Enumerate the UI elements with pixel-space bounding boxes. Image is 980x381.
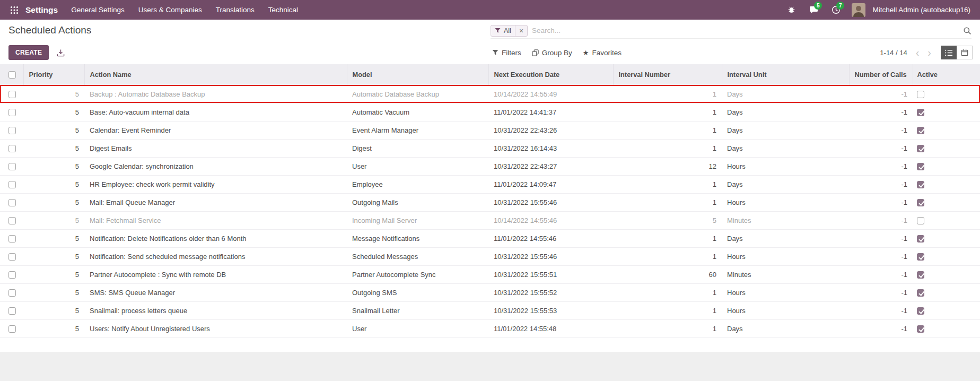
row-select-checkbox[interactable] (8, 325, 16, 333)
cell-interval-unit: Hours (722, 157, 849, 175)
search-icon[interactable] (963, 27, 972, 35)
cell-next-execution-date: 11/01/2022 14:55:48 (488, 319, 613, 337)
col-header-next-execution-date[interactable]: Next Execution Date (488, 64, 613, 85)
table-row[interactable]: 5 Mail: Email Queue Manager Outgoing Mai… (0, 193, 980, 211)
cell-number-of-calls: -1 (849, 175, 913, 193)
table-row[interactable]: 5 Mail: Fetchmail Service Incoming Mail … (0, 211, 980, 229)
cell-interval-unit: Days (722, 319, 849, 337)
cell-number-of-calls: -1 (849, 301, 913, 319)
user-menu[interactable]: Mitchell Admin (autobackup16) (869, 6, 973, 14)
breadcrumb-row: Scheduled Actions All × (0, 20, 980, 41)
view-switcher (941, 46, 973, 59)
table-row[interactable]: 5 Backup : Automatic Database Backup Aut… (0, 85, 980, 103)
cell-select (0, 193, 23, 211)
col-header-interval-unit[interactable]: Interval Unit (722, 64, 849, 85)
cell-active (913, 121, 980, 139)
col-header-model[interactable]: Model (347, 64, 488, 85)
col-header-interval-number[interactable]: Interval Number (613, 64, 722, 85)
cell-model: User (347, 319, 488, 337)
cell-next-execution-date: 10/31/2022 15:55:46 (488, 247, 613, 265)
filters-button[interactable]: Filters (492, 49, 521, 57)
cell-interval-number: 1 (613, 85, 722, 103)
cell-interval-number: 12 (613, 157, 722, 175)
row-select-checkbox[interactable] (8, 271, 16, 279)
table-row[interactable]: 5 Calendar: Event Reminder Event Alarm M… (0, 121, 980, 139)
pager-next-icon[interactable]: › (923, 47, 935, 58)
control-panel-buttons-row: CREATE Filters Group By ★ Favorites 1-14… (0, 41, 980, 64)
facet-remove-icon[interactable]: × (515, 25, 527, 36)
col-header-select (0, 64, 23, 85)
row-select-checkbox[interactable] (8, 109, 16, 116)
navbar-menu: General SettingsUsers & CompaniesTransla… (64, 0, 305, 20)
select-all-checkbox[interactable] (8, 71, 16, 79)
row-select-checkbox[interactable] (8, 217, 16, 224)
cell-action-name: SMS: SMS Queue Manager (84, 283, 347, 301)
page-title: Scheduled Actions (8, 24, 91, 36)
list-body: 5 Backup : Automatic Database Backup Aut… (0, 85, 980, 337)
table-row[interactable]: 5 Partner Autocomplete : Sync with remot… (0, 265, 980, 283)
nav-menu-item-translations[interactable]: Translations (209, 0, 261, 20)
table-row[interactable]: 5 Notification: Send scheduled message n… (0, 247, 980, 265)
row-select-checkbox[interactable] (8, 199, 16, 206)
cell-interval-number: 1 (613, 229, 722, 247)
active-checkbox (917, 253, 924, 261)
group-by-button[interactable]: Group By (532, 49, 572, 57)
favorites-button[interactable]: ★ Favorites (583, 49, 622, 57)
row-select-checkbox[interactable] (8, 127, 16, 134)
navbar-right: 5 7 Mitchell Admin (autobackup16) (782, 0, 973, 20)
list-view-button[interactable] (941, 46, 957, 59)
row-select-checkbox[interactable] (8, 289, 16, 297)
debug-bug-icon[interactable] (782, 0, 801, 20)
cell-active (913, 211, 980, 229)
search-facet-label: All (504, 27, 515, 34)
table-row[interactable]: 5 Users: Notify About Unregistered Users… (0, 319, 980, 337)
export-download-icon[interactable] (57, 49, 65, 57)
row-select-checkbox[interactable] (8, 307, 16, 315)
row-select-checkbox[interactable] (8, 235, 16, 243)
cell-number-of-calls: -1 (849, 283, 913, 301)
col-header-priority[interactable]: Priority (23, 64, 84, 85)
activities-clock-icon[interactable]: 7 (826, 0, 845, 20)
cell-action-name: Base: Auto-vacuum internal data (84, 103, 347, 121)
pager-counter[interactable]: 1-14 / 14 (880, 49, 907, 57)
table-row[interactable]: 5 Google Calendar: synchronization User … (0, 157, 980, 175)
cell-select (0, 139, 23, 157)
pager-previous-icon[interactable]: ‹ (912, 47, 924, 58)
cell-active (913, 193, 980, 211)
cell-number-of-calls: -1 (849, 121, 913, 139)
row-select-checkbox[interactable] (8, 181, 16, 188)
cell-priority: 5 (23, 283, 84, 301)
cell-interval-unit: Days (722, 229, 849, 247)
row-select-checkbox[interactable] (8, 253, 16, 261)
cell-interval-unit: Hours (722, 247, 849, 265)
nav-menu-item-technical[interactable]: Technical (261, 0, 305, 20)
table-row[interactable]: 5 Base: Auto-vacuum internal data Automa… (0, 103, 980, 121)
row-select-checkbox[interactable] (8, 145, 16, 152)
apps-grid-icon[interactable] (6, 0, 22, 20)
messages-icon[interactable]: 5 (804, 0, 823, 20)
search-options: Filters Group By ★ Favorites (492, 49, 622, 57)
calendar-view-button[interactable] (957, 46, 973, 59)
col-header-action-name[interactable]: Action Name (84, 64, 347, 85)
cell-interval-number: 1 (613, 319, 722, 337)
table-row[interactable]: 5 SMS: SMS Queue Manager Outgoing SMS 10… (0, 283, 980, 301)
nav-menu-item-general-settings[interactable]: General Settings (64, 0, 132, 20)
cell-interval-number: 1 (613, 193, 722, 211)
create-button[interactable]: CREATE (8, 45, 49, 60)
col-header-active[interactable]: Active (913, 64, 980, 85)
cell-interval-unit: Days (722, 85, 849, 103)
table-row[interactable]: 5 HR Employee: check work permit validit… (0, 175, 980, 193)
col-header-number-of-calls[interactable]: Number of Calls (849, 64, 913, 85)
row-select-checkbox[interactable] (8, 91, 16, 98)
active-checkbox (917, 163, 924, 170)
app-name[interactable]: Settings (22, 0, 64, 20)
search-input[interactable] (532, 27, 959, 34)
table-row[interactable]: 5 Notification: Delete Notifications old… (0, 229, 980, 247)
table-row[interactable]: 5 Digest Emails Digest 10/31/2022 16:14:… (0, 139, 980, 157)
row-select-checkbox[interactable] (8, 163, 16, 170)
cell-action-name: Mail: Fetchmail Service (84, 211, 347, 229)
cell-number-of-calls: -1 (849, 319, 913, 337)
table-row[interactable]: 5 Snailmail: process letters queue Snail… (0, 301, 980, 319)
user-avatar[interactable] (852, 3, 865, 17)
nav-menu-item-users-companies[interactable]: Users & Companies (132, 0, 209, 20)
